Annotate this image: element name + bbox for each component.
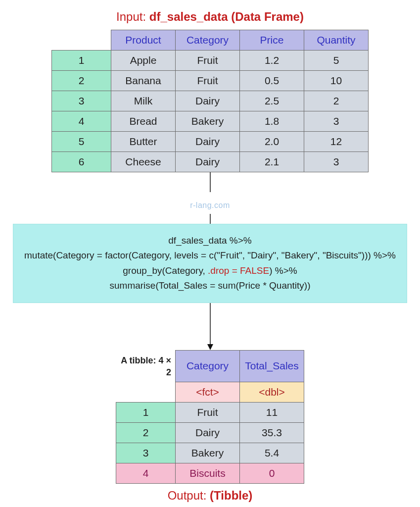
row-index: 4: [52, 111, 111, 132]
code-text: group_by(Category,: [123, 265, 208, 276]
row-index: 1: [116, 402, 176, 422]
table-row: 1 Apple Fruit 1.2 5: [52, 51, 369, 71]
col-header: Quantity: [304, 30, 369, 51]
code-line: group_by(Category, .drop = FALSE) %>%: [18, 263, 402, 278]
watermark-text: r-lang.com: [10, 201, 410, 210]
col-header: Category: [176, 30, 240, 51]
col-header: Category: [176, 350, 240, 382]
cell: 1.2: [240, 51, 304, 71]
cell: 2.5: [240, 91, 304, 111]
row-index: 4: [116, 463, 176, 483]
output-label: Output:: [168, 489, 210, 502]
cell: Dairy: [176, 152, 240, 172]
table-row: 6 Cheese Dairy 2.1 3: [52, 152, 369, 172]
row-index: 1: [52, 51, 111, 71]
table-row: 2 Dairy 35.3: [116, 422, 304, 443]
col-header: Total_Sales: [240, 350, 304, 382]
cell: 1.8: [240, 111, 304, 132]
cell: Dairy: [176, 91, 240, 111]
table-row: 4 Bread Bakery 1.8 3: [52, 111, 369, 132]
cell: Butter: [111, 132, 176, 152]
connector-arrow-bottom: [10, 303, 410, 350]
cell: Dairy: [176, 422, 240, 443]
output-type-row: <fct> <dbl>: [116, 382, 304, 402]
cell: 3: [304, 152, 369, 172]
tibble-label: A tibble: 4 × 2: [121, 355, 171, 377]
cell: Biscuits: [176, 463, 240, 483]
input-header-row: Product Category Price Quantity: [52, 30, 369, 51]
output-title: Output: (Tibble): [10, 489, 410, 503]
row-index: 6: [52, 152, 111, 172]
cell: Fruit: [176, 402, 240, 422]
cell: 0: [240, 463, 304, 483]
connector-line-top: [10, 172, 410, 192]
tibble-dimension: A tibble: 4 × 2: [116, 350, 176, 382]
arrow-down-icon: [206, 303, 214, 350]
input-title: Input: df_sales_data (Data Frame): [10, 10, 410, 24]
output-name: (Tibble): [210, 489, 252, 502]
input-label: Input:: [116, 10, 149, 23]
input-name: df_sales_data (Data Frame): [149, 10, 304, 23]
code-text: ) %>%: [269, 265, 297, 276]
cell: 11: [240, 402, 304, 422]
cell: Fruit: [176, 71, 240, 91]
cell: 2: [304, 91, 369, 111]
cell: 2.1: [240, 152, 304, 172]
table-row: 2 Banana Fruit 0.5 10: [52, 71, 369, 91]
row-index: 2: [116, 422, 176, 443]
cell: Cheese: [111, 152, 176, 172]
table-row: 5 Butter Dairy 2.0 12: [52, 132, 369, 152]
row-index: 3: [52, 91, 111, 111]
code-box: df_sales_data %>% mutate(Category = fact…: [13, 224, 407, 303]
cell: 10: [304, 71, 369, 91]
row-index: 3: [116, 443, 176, 463]
connector-line-mid: [10, 214, 410, 224]
input-table: Product Category Price Quantity 1 Apple …: [51, 30, 369, 172]
output-wrap: A tibble: 4 × 2 Category Total_Sales <fc…: [116, 350, 304, 484]
cell: 5.4: [240, 443, 304, 463]
corner-cell: [52, 30, 111, 51]
cell: Bread: [111, 111, 176, 132]
cell: 0.5: [240, 71, 304, 91]
cell: Fruit: [176, 51, 240, 71]
code-line: summarise(Total_Sales = sum(Price * Quan…: [18, 278, 402, 293]
table-row: 4 Biscuits 0: [116, 463, 304, 483]
cell: 12: [304, 132, 369, 152]
col-header: Product: [111, 30, 176, 51]
corner-cell: [116, 382, 176, 402]
svg-marker-3: [207, 344, 213, 350]
row-index: 2: [52, 71, 111, 91]
cell: Dairy: [176, 132, 240, 152]
cell: Bakery: [176, 111, 240, 132]
code-line: df_sales_data %>%: [18, 233, 402, 248]
cell: Milk: [111, 91, 176, 111]
table-row: 3 Milk Dairy 2.5 2: [52, 91, 369, 111]
cell: 3: [304, 111, 369, 132]
table-row: 3 Bakery 5.4: [116, 443, 304, 463]
code-line: mutate(Category = factor(Category, level…: [18, 248, 402, 263]
arrow-line-icon: [209, 172, 212, 192]
cell: 5: [304, 51, 369, 71]
output-header-row: A tibble: 4 × 2 Category Total_Sales: [116, 350, 304, 382]
cell: Apple: [111, 51, 176, 71]
cell: Bakery: [176, 443, 240, 463]
cell: 2.0: [240, 132, 304, 152]
table-row: 1 Fruit 11: [116, 402, 304, 422]
col-header: Price: [240, 30, 304, 51]
output-table: A tibble: 4 × 2 Category Total_Sales <fc…: [116, 350, 304, 484]
arrow-line-icon: [209, 214, 212, 224]
code-highlight: .drop = FALSE: [208, 265, 269, 276]
col-type: <dbl>: [240, 382, 304, 402]
row-index: 5: [52, 132, 111, 152]
cell: Banana: [111, 71, 176, 91]
col-type: <fct>: [176, 382, 240, 402]
cell: 35.3: [240, 422, 304, 443]
